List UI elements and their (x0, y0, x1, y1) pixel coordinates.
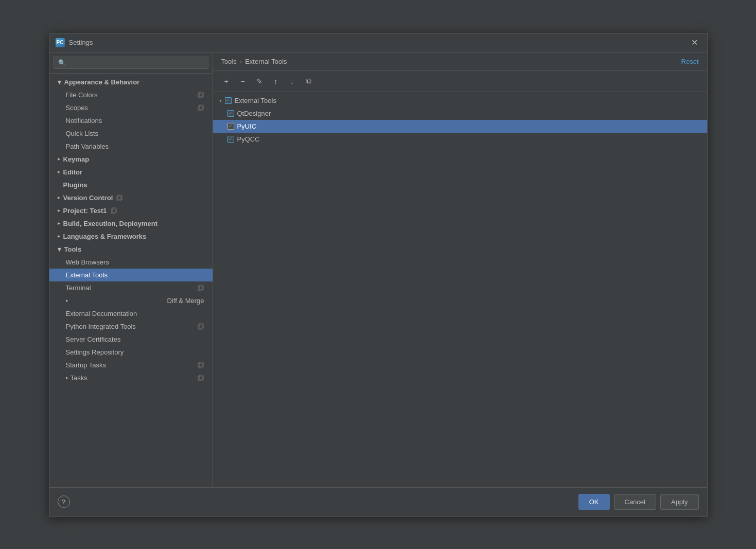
chevron-right-icon: ▸ (58, 195, 60, 200)
title-bar-left: PC Settings (56, 38, 93, 47)
copy-icon (197, 284, 204, 291)
svg-rect-8 (198, 286, 202, 291)
sidebar-item-quick-lists[interactable]: Quick Lists (49, 127, 213, 140)
svg-rect-12 (198, 363, 202, 368)
sidebar-item-file-colors[interactable]: File Colors (49, 88, 213, 101)
ok-button[interactable]: OK (578, 494, 610, 510)
sidebar-item-project-test1[interactable]: ▸ Project: Test1 (49, 204, 213, 217)
svg-rect-4 (117, 196, 121, 201)
tree-row-pyqcc[interactable]: ✓ PyQCC (213, 133, 707, 146)
move-up-button[interactable]: ↑ (269, 75, 283, 87)
dialog-body: ▾ Appearance & Behavior File Colors Scop… (49, 52, 707, 487)
breadcrumb: Tools › External Tools (221, 58, 287, 65)
search-input[interactable] (54, 57, 208, 69)
chevron-down-icon: ▾ (58, 245, 61, 253)
sidebar-item-build-execution[interactable]: ▸ Build, Execution, Deployment (49, 217, 213, 230)
svg-rect-7 (112, 208, 116, 212)
move-down-button[interactable]: ↓ (285, 75, 300, 87)
breadcrumb-separator: › (240, 58, 242, 65)
sidebar-item-appearance-behavior[interactable]: ▾ Appearance & Behavior (49, 76, 213, 88)
svg-rect-1 (199, 92, 203, 97)
chevron-down-icon: ▾ (58, 78, 61, 86)
remove-button[interactable]: − (236, 75, 250, 87)
chevron-right-icon: ▸ (58, 169, 60, 174)
svg-rect-9 (199, 285, 203, 290)
breadcrumb-parent: Tools (221, 58, 237, 65)
reset-button[interactable]: Reset (681, 58, 699, 65)
sidebar-item-server-certificates[interactable]: Server Certificates (49, 333, 213, 346)
main-content: Tools › External Tools Reset + − ✎ ↑ ↓ ⧉… (213, 52, 707, 487)
svg-rect-14 (198, 376, 202, 381)
breadcrumb-bar: Tools › External Tools Reset (213, 52, 707, 71)
sidebar-item-settings-repository[interactable]: Settings Repository (49, 346, 213, 359)
sidebar-item-terminal[interactable]: Terminal (49, 281, 213, 294)
toolbar: + − ✎ ↑ ↓ ⧉ (213, 71, 707, 92)
copy-icon (116, 194, 123, 201)
checkbox-external-tools-group[interactable]: ✓ (225, 97, 232, 104)
sidebar: ▾ Appearance & Behavior File Colors Scop… (49, 52, 213, 487)
chevron-right-icon: ▸ (58, 156, 60, 162)
sidebar-item-plugins[interactable]: ▸ Plugins (49, 179, 213, 191)
sidebar-item-startup-tasks[interactable]: Startup Tasks (49, 359, 213, 371)
settings-dialog: PC Settings ✕ ▾ Appearance & Behavior Fi… (49, 33, 708, 517)
svg-rect-13 (199, 362, 203, 367)
sidebar-item-path-variables[interactable]: Path Variables (49, 140, 213, 153)
sidebar-item-tools[interactable]: ▾ Tools (49, 243, 213, 256)
copy-icon (197, 361, 204, 368)
help-button[interactable]: ? (58, 495, 70, 508)
copy-icon (197, 323, 204, 330)
tree-area: ▾ ✓ External Tools ✓ QtDesigner ✓ PyUIC … (213, 92, 707, 487)
close-button[interactable]: ✕ (688, 38, 701, 48)
svg-rect-0 (198, 93, 202, 98)
svg-rect-3 (199, 105, 203, 110)
title-bar: PC Settings ✕ (49, 33, 707, 52)
tree-row-pyuic[interactable]: ✓ PyUIC (213, 120, 707, 133)
tree-row-qtdesigner[interactable]: ✓ QtDesigner (213, 107, 707, 120)
copy-icon (197, 91, 204, 98)
sidebar-item-scopes[interactable]: Scopes (49, 101, 213, 114)
chevron-right-icon: ▸ (58, 221, 60, 226)
breadcrumb-current: External Tools (245, 58, 287, 65)
svg-rect-2 (198, 106, 202, 111)
sidebar-item-web-browsers[interactable]: Web Browsers (49, 256, 213, 269)
app-icon: PC (56, 38, 65, 47)
sidebar-item-notifications[interactable]: Notifications (49, 114, 213, 127)
sidebar-content: ▾ Appearance & Behavior File Colors Scop… (49, 74, 213, 487)
sidebar-item-tasks[interactable]: ▸ Tasks (49, 371, 213, 384)
copy-icon (197, 104, 204, 111)
svg-rect-6 (111, 209, 115, 214)
chevron-down-icon: ▾ (219, 98, 222, 103)
chevron-right-icon: ▸ (58, 208, 60, 213)
chevron-right-icon: ▸ (58, 234, 60, 239)
sidebar-item-external-tools[interactable]: External Tools (49, 269, 213, 281)
chevron-right-icon: ▸ (66, 375, 68, 380)
sidebar-item-python-integrated-tools[interactable]: Python Integrated Tools (49, 320, 213, 333)
apply-button[interactable]: Apply (660, 494, 699, 510)
footer-buttons: OK Cancel Apply (578, 494, 699, 510)
svg-rect-11 (199, 324, 203, 328)
edit-button[interactable]: ✎ (252, 75, 267, 87)
sidebar-item-version-control[interactable]: ▸ Version Control (49, 191, 213, 204)
svg-rect-15 (199, 375, 203, 380)
cancel-button[interactable]: Cancel (614, 494, 656, 510)
dialog-footer: ? OK Cancel Apply (49, 487, 707, 516)
checkbox-qtdesigner[interactable]: ✓ (227, 110, 234, 117)
sidebar-item-diff-merge[interactable]: ▸ Diff & Merge (49, 294, 213, 307)
add-button[interactable]: + (219, 75, 234, 87)
search-box (49, 52, 213, 74)
sidebar-item-external-documentation[interactable]: External Documentation (49, 307, 213, 320)
copy-icon (197, 374, 204, 381)
tree-row-external-tools-group[interactable]: ▾ ✓ External Tools (213, 94, 707, 107)
dialog-title: Settings (69, 39, 93, 46)
svg-rect-5 (118, 195, 122, 200)
chevron-right-icon: ▸ (66, 298, 68, 303)
checkbox-pyuic[interactable]: ✓ (227, 123, 234, 130)
sidebar-item-languages-frameworks[interactable]: ▸ Languages & Frameworks (49, 230, 213, 243)
sidebar-item-keymap[interactable]: ▸ Keymap (49, 153, 213, 166)
svg-rect-10 (198, 325, 202, 329)
copy-button[interactable]: ⧉ (302, 75, 316, 87)
sidebar-item-editor[interactable]: ▸ Editor (49, 166, 213, 179)
copy-icon (110, 207, 117, 214)
checkbox-pyqcc[interactable]: ✓ (227, 136, 234, 143)
